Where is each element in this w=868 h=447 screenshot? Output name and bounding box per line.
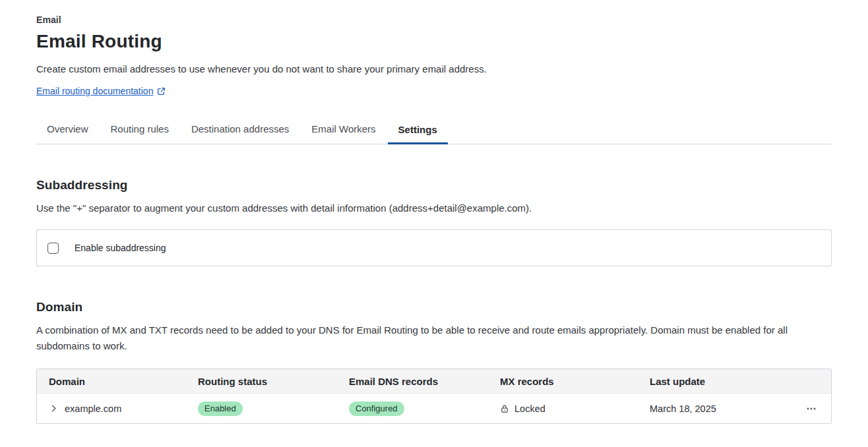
domain-description: A combination of MX and TXT records need… [36,322,832,354]
column-header-email-dns-records: Email DNS records [337,376,488,387]
domain-section: Domain A combination of MX and TXT recor… [36,300,832,424]
domain-heading: Domain [36,300,832,314]
subaddressing-card: Enable subaddressing [36,229,832,266]
domain-table-header: Domain Routing status Email DNS records … [37,369,831,394]
enable-subaddressing-checkbox[interactable] [47,243,59,254]
external-link-icon [157,87,166,96]
email-routing-settings-page: Email Email Routing Create custom email … [0,0,868,424]
row-menu-button[interactable] [803,401,819,417]
tab-destination-addresses[interactable]: Destination addresses [181,116,299,144]
domain-name: example.com [65,403,121,414]
ellipsis-icon [806,403,817,414]
lock-icon [500,404,509,413]
tab-email-workers[interactable]: Email Workers [301,116,386,144]
email-routing-documentation-link[interactable]: Email routing documentation [36,86,166,96]
column-header-mx-records: MX records [488,376,638,387]
breadcrumb: Email [36,15,832,25]
column-header-domain: Domain [37,376,186,387]
tab-settings[interactable]: Settings [388,116,448,144]
tab-bar: Overview Routing rules Destination addre… [36,116,832,144]
domain-table: Domain Routing status Email DNS records … [36,369,832,424]
subaddressing-description: Use the "+" separator to augment your cu… [36,200,832,216]
doc-link-label: Email routing documentation [36,86,153,96]
column-header-routing-status: Routing status [186,376,337,387]
column-header-last-update: Last update [638,376,791,387]
tab-routing-rules[interactable]: Routing rules [100,116,179,144]
page-title: Email Routing [36,31,832,52]
mx-records-status: Locked [514,403,545,414]
page-description: Create custom email addresses to use whe… [36,62,832,76]
tab-overview[interactable]: Overview [36,116,99,144]
chevron-right-icon [49,403,59,413]
table-row: example.com Enabled Configured [37,394,831,423]
subaddressing-heading: Subaddressing [36,178,832,193]
subaddressing-section: Subaddressing Use the "+" separator to a… [36,178,832,266]
enable-subaddressing-label: Enable subaddressing [75,243,166,253]
last-update-date: March 18, 2025 [638,403,791,414]
row-expand-button[interactable] [49,403,59,413]
routing-status-badge: Enabled [198,402,243,416]
email-dns-records-badge: Configured [349,402,404,416]
